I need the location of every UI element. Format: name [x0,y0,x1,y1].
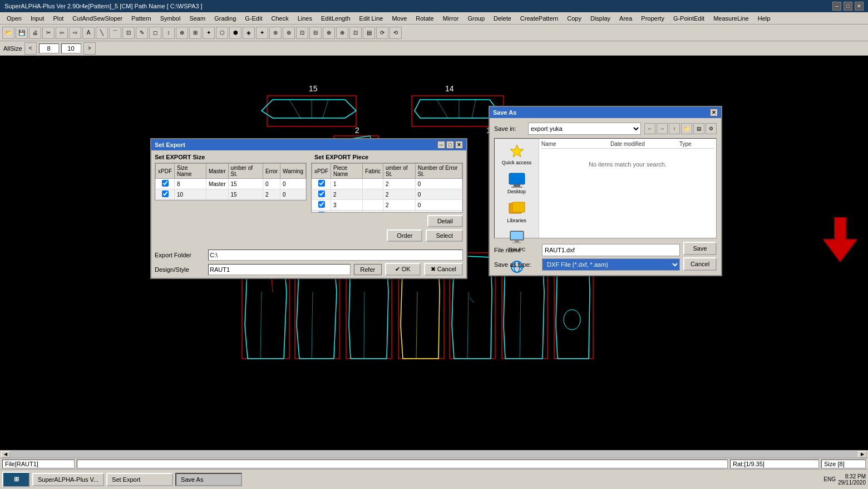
toolbar-btn-2[interactable]: 💾 [16,27,28,39]
toolbar-btn-25[interactable]: ⊕ [323,27,335,39]
tools-btn[interactable]: ⚙ [706,123,717,134]
menu-help[interactable]: Help [753,14,775,23]
toolbar-btn-20[interactable]: ✦ [256,27,268,39]
maximize-btn[interactable]: □ [844,2,852,11]
toolbar-btn-1[interactable]: 📂 [2,27,14,39]
menu-lines[interactable]: Lines [293,14,317,23]
saveastype-select[interactable]: DXF File (*.dxf, *.aam) [542,258,680,271]
menu-display[interactable]: Display [586,14,615,23]
menu-mirror[interactable]: Mirror [438,14,463,23]
sidebar-libraries[interactable]: Libraries [495,199,539,226]
taskbar-superalpha[interactable]: SuperALPHA-Plus V... [32,473,104,486]
save-in-select[interactable]: export yuka [528,123,641,135]
menu-input[interactable]: Input [26,14,48,23]
size-checkbox-1[interactable] [162,180,169,187]
menu-createpattern[interactable]: CreatePattern [516,14,563,23]
nav-back-btn[interactable]: ← [644,123,655,134]
size-input-1[interactable] [39,43,59,53]
menu-move[interactable]: Move [387,14,411,23]
piece-check-2[interactable] [318,190,325,197]
toolbar-btn-15[interactable]: ⊞ [189,27,201,39]
next-size-btn[interactable]: > [83,42,96,55]
toolbar-btn-28[interactable]: ▤ [363,27,375,39]
set-export-max[interactable]: □ [446,141,454,149]
size-checkbox-2[interactable] [162,190,169,197]
toolbar-btn-27[interactable]: ⊡ [349,27,362,39]
h-scrollbar[interactable]: ◀ ▶ [0,450,868,458]
view-btn[interactable]: ▤ [693,123,704,134]
menu-grading[interactable]: Grading [210,14,240,23]
start-button[interactable]: ⊞ [2,472,30,487]
detail-button[interactable]: Detail [427,215,463,227]
menu-cutandsewsloper[interactable]: CutAndSewSloper [68,14,127,23]
toolbar-btn-22[interactable]: ⊛ [283,27,295,39]
menu-editline[interactable]: Edit Line [355,14,388,23]
export-folder-input[interactable] [208,250,463,261]
design-style-input[interactable] [208,264,351,275]
size-check-2[interactable] [156,189,175,200]
toolbar-btn-24[interactable]: ⊟ [309,27,322,39]
minimize-btn[interactable]: ─ [832,2,841,11]
toolbar-btn-3[interactable]: 🖨 [29,27,41,39]
set-export-close[interactable]: ✕ [455,141,463,149]
toolbar-btn-11[interactable]: ✎ [136,27,148,39]
toolbar-btn-26[interactable]: ⊕ [336,27,348,39]
toolbar-btn-12[interactable]: ◻ [149,27,161,39]
menu-seam[interactable]: Seam [185,14,210,23]
size-input-2[interactable] [61,43,81,53]
toolbar-btn-9[interactable]: ⌒ [109,27,121,39]
menu-area[interactable]: Area [615,14,637,23]
filename-input[interactable] [542,244,680,256]
new-folder-btn[interactable]: 📁 [681,123,692,134]
toolbar-btn-5[interactable]: ⇦ [56,27,68,39]
menu-delete[interactable]: Delete [489,14,516,23]
scroll-right-btn[interactable]: ▶ [858,451,867,458]
toolbar-btn-21[interactable]: ⊛ [269,27,282,39]
cancel-button[interactable]: ✖ Cancel [424,263,463,276]
menu-gpointedit[interactable]: G-PointEdit [669,14,709,23]
set-export-min[interactable]: ─ [437,141,445,149]
select-button[interactable]: Select [426,229,463,242]
toolbar-btn-17[interactable]: ⬡ [216,27,228,39]
menu-plot[interactable]: Plot [48,14,68,23]
menu-gedit[interactable]: G-Edit [240,14,267,23]
piece-check-4[interactable] [318,212,325,213]
menu-copy[interactable]: Copy [563,14,586,23]
taskbar-saveas[interactable]: Save As [175,473,242,486]
menu-measureline[interactable]: MeasureLine [709,14,753,23]
menu-symbol[interactable]: Symbol [156,14,185,23]
toolbar-btn-14[interactable]: ⊕ [176,27,188,39]
close-btn[interactable]: ✕ [855,2,864,11]
nav-forward-btn[interactable]: → [657,123,668,134]
toolbar-btn-23[interactable]: ⊡ [296,27,308,39]
piece-check-1[interactable] [318,180,325,187]
toolbar-btn-30[interactable]: ⟲ [389,27,402,39]
save-as-close[interactable]: ✕ [710,109,718,116]
sidebar-desktop[interactable]: Desktop [495,170,539,197]
ok-button[interactable]: ✔ OK [385,263,421,276]
size-check-1[interactable] [156,179,175,189]
toolbar-btn-7[interactable]: A [82,27,95,39]
toolbar-btn-8[interactable]: ╲ [96,27,108,39]
menu-property[interactable]: Property [637,14,669,23]
prev-size-btn[interactable]: < [24,42,37,55]
menu-check[interactable]: Check [267,14,293,23]
refer-button[interactable]: Refer [354,264,382,275]
toolbar-btn-13[interactable]: ↕ [162,27,175,39]
nav-up-btn[interactable]: ↑ [669,123,680,134]
menu-pattern[interactable]: Pattern [127,14,155,23]
scroll-left-btn[interactable]: ◀ [1,451,10,458]
sidebar-quick-access[interactable]: Quick access [495,141,539,168]
menu-open[interactable]: Open [2,14,26,23]
save-button[interactable]: Save [683,242,717,255]
menu-editlength[interactable]: EditLength [317,14,355,23]
toolbar-btn-16[interactable]: ✦ [203,27,215,39]
menu-rotate[interactable]: Rotate [411,14,438,23]
toolbar-btn-10[interactable]: ⊡ [122,27,135,39]
piece-check-3[interactable] [318,201,325,208]
order-button[interactable]: Order [387,229,422,242]
toolbar-btn-6[interactable]: ⇨ [69,27,81,39]
taskbar-setexport[interactable]: Set Export [106,473,173,486]
toolbar-btn-18[interactable]: ⬢ [229,27,241,39]
menu-group[interactable]: Group [463,14,489,23]
